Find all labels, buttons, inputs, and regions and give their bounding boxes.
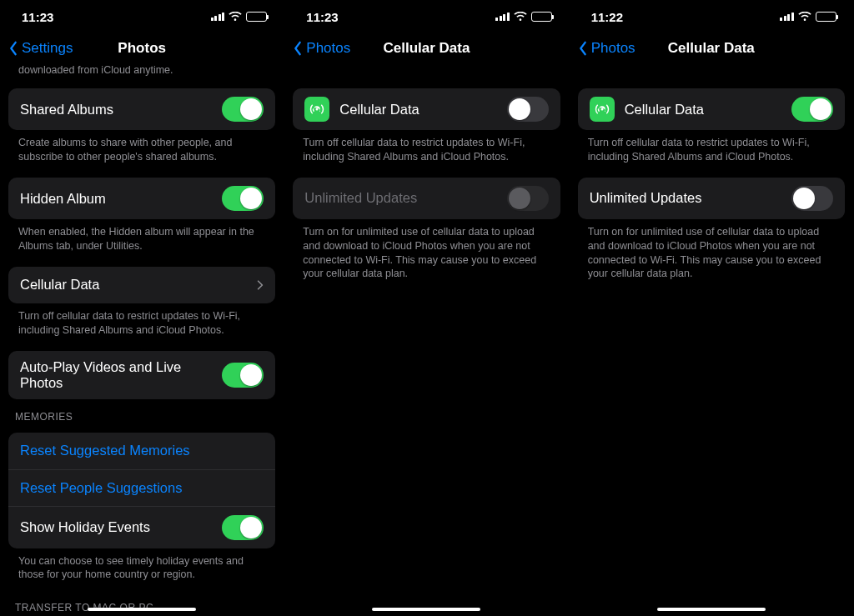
phone-cellular-off: 11:23 Photos Cellular Data Cellular Data [284,0,569,616]
nav-header: Photos Cellular Data [284,33,568,63]
row-label: Reset People Suggestions [20,480,264,496]
row-reset-people[interactable]: Reset People Suggestions [8,469,275,506]
home-indicator[interactable] [88,608,196,611]
row-autoplay[interactable]: Auto-Play Videos and Live Photos [8,351,275,399]
footer-hidden-album: When enabled, the Hidden album will appe… [0,219,284,262]
group-shared-albums: Shared Albums [8,88,275,130]
group-hidden-album: Hidden Album [8,178,275,219]
back-label: Photos [306,40,350,57]
status-time: 11:23 [22,10,53,24]
row-hidden-album[interactable]: Hidden Album [8,178,275,219]
cellular-icon [304,97,329,122]
battery-icon [531,12,552,22]
battery-icon [816,12,836,22]
toggle-cellular-data[interactable] [791,97,833,122]
row-cellular-data[interactable]: Cellular Data [578,88,845,130]
signal-icon [495,13,510,21]
status-time: 11:23 [306,10,338,24]
group-unlimited: Unlimited Updates [578,178,845,219]
group-cellular-toggle: Cellular Data [293,88,560,130]
nav-header: Photos Cellular Data [570,33,853,63]
footer-holiday: You can choose to see timely holiday eve… [0,548,284,591]
footer-cellular: Turn off cellular data to restrict updat… [570,130,853,173]
row-cellular-data[interactable]: Cellular Data [8,267,275,303]
row-label: Hidden Album [20,191,212,207]
row-label: Cellular Data [625,102,781,118]
nav-header: Settings Photos [0,33,284,63]
back-button[interactable]: Photos [578,40,635,57]
group-cellular-toggle: Cellular Data [578,88,845,130]
group-unlimited: Unlimited Updates [293,178,560,219]
status-bar: 11:23 [284,0,568,33]
toggle-hidden-album[interactable] [222,186,264,211]
footer-cellular: Turn off cellular data to restrict updat… [284,130,568,173]
signal-icon [211,13,225,21]
row-label: Unlimited Updates [590,190,781,206]
status-bar: 11:23 [0,0,284,33]
phone-cellular-on: 11:22 Photos Cellular Data Cellular Data [570,0,854,616]
footer-unlimited: Turn on for unlimited use of cellular da… [284,219,568,290]
row-reset-memories[interactable]: Reset Suggested Memories [8,433,275,469]
row-unlimited-updates[interactable]: Unlimited Updates [578,178,845,219]
truncated-footer: downloaded from iCloud anytime. [0,63,284,83]
cellular-icon [590,97,615,122]
footer-unlimited: Turn on for unlimited use of cellular da… [570,219,853,290]
row-label: Show Holiday Events [20,519,212,535]
wifi-icon [229,12,242,22]
back-button[interactable]: Settings [8,40,73,57]
row-shared-albums[interactable]: Shared Albums [8,88,275,130]
row-label: Auto-Play Videos and Live Photos [20,359,212,391]
status-icons [211,12,268,22]
row-label: Cellular Data [20,277,247,293]
row-label: Reset Suggested Memories [20,443,264,458]
row-label: Unlimited Updates [304,190,496,206]
toggle-shared-albums[interactable] [222,97,264,122]
settings-content: downloaded from iCloud anytime. Shared A… [0,63,284,616]
row-label: Shared Albums [20,102,212,118]
wifi-icon [514,12,527,22]
wifi-icon [798,12,811,22]
home-indicator[interactable] [372,608,480,611]
group-memories: Reset Suggested Memories Reset People Su… [8,433,275,548]
row-show-holiday[interactable]: Show Holiday Events [8,506,275,548]
chevron-left-icon [578,41,588,56]
row-unlimited-updates: Unlimited Updates [293,178,560,219]
toggle-autoplay[interactable] [222,363,264,388]
footer-cellular-data: Turn off cellular data to restrict updat… [0,303,284,346]
settings-content: Cellular Data Turn off cellular data to … [284,63,568,289]
group-cellular-data: Cellular Data [8,267,275,303]
row-label: Cellular Data [339,102,496,118]
status-bar: 11:22 [570,0,853,33]
section-header-transfer: TRANSFER TO MAC OR PC [0,590,284,616]
phone-photos-settings: 11:23 Settings Photos downloaded from iC… [0,0,284,616]
status-time: 11:22 [591,10,623,24]
back-label: Photos [591,40,635,57]
status-icons [495,12,552,22]
toggle-cellular-data[interactable] [507,97,549,122]
toggle-show-holiday[interactable] [222,515,264,540]
battery-icon [246,12,267,22]
toggle-unlimited-updates [507,186,549,211]
chevron-left-icon [8,41,18,56]
status-icons [780,12,836,22]
group-autoplay: Auto-Play Videos and Live Photos [8,351,275,399]
home-indicator[interactable] [657,608,766,611]
toggle-unlimited-updates[interactable] [791,186,833,211]
footer-shared-albums: Create albums to share with other people… [0,130,284,173]
chevron-right-icon [257,279,264,291]
back-label: Settings [22,40,73,57]
back-button[interactable]: Photos [293,40,350,57]
row-cellular-data[interactable]: Cellular Data [293,88,560,130]
chevron-left-icon [293,41,303,56]
signal-icon [780,13,794,21]
settings-content: Cellular Data Turn off cellular data to … [570,63,853,289]
section-header-memories: MEMORIES [0,399,284,428]
